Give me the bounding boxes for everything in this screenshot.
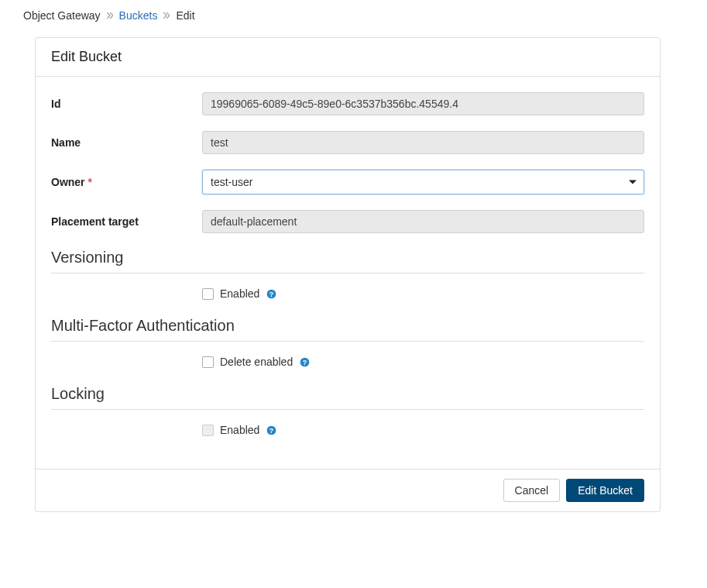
id-field xyxy=(202,92,644,115)
help-icon[interactable]: ? xyxy=(299,356,310,367)
id-label: Id xyxy=(51,98,202,110)
required-asterisk: * xyxy=(88,176,92,188)
panel-body: Id Name Owner* test-user xyxy=(36,77,660,469)
mfa-delete-enabled-label: Delete enabled xyxy=(220,356,293,368)
edit-bucket-panel: Edit Bucket Id Name Owner* test-user xyxy=(35,37,661,512)
svg-text:?: ? xyxy=(269,426,273,434)
edit-bucket-button[interactable]: Edit Bucket xyxy=(566,479,644,502)
breadcrumb: Object Gateway Buckets Edit xyxy=(23,9,684,22)
divider xyxy=(51,409,644,410)
svg-text:?: ? xyxy=(269,290,273,297)
versioning-section-title: Versioning xyxy=(51,249,644,266)
mfa-section-title: Multi-Factor Authentication xyxy=(51,317,644,335)
form-row-id: Id xyxy=(51,92,644,115)
divider xyxy=(51,273,644,273)
help-icon[interactable]: ? xyxy=(266,288,276,299)
form-row-name: Name xyxy=(51,131,644,154)
mfa-delete-enabled-checkbox[interactable] xyxy=(202,356,214,368)
chevron-right-icon xyxy=(163,11,170,20)
locking-enabled-checkbox xyxy=(202,425,214,436)
form-row-owner: Owner* test-user xyxy=(51,170,644,194)
locking-enabled-label: Enabled xyxy=(220,424,259,436)
owner-label: Owner* xyxy=(51,176,202,188)
versioning-enabled-row: Enabled ? xyxy=(51,287,644,300)
mfa-delete-row: Delete enabled ? xyxy=(51,356,644,368)
versioning-enabled-checkbox[interactable] xyxy=(202,288,214,300)
panel-title: Edit Bucket xyxy=(36,38,660,77)
placement-label: Placement target xyxy=(51,215,202,228)
chevron-right-icon xyxy=(107,11,113,20)
svg-text:?: ? xyxy=(302,358,306,366)
divider xyxy=(51,341,644,342)
versioning-enabled-label: Enabled xyxy=(220,287,259,300)
breadcrumb-edit: Edit xyxy=(176,9,194,22)
locking-section-title: Locking xyxy=(51,385,644,403)
breadcrumb-object-gateway: Object Gateway xyxy=(23,9,101,22)
panel-footer: Cancel Edit Bucket xyxy=(36,469,660,511)
placement-field xyxy=(202,210,644,233)
name-field xyxy=(202,131,644,154)
owner-select[interactable]: test-user xyxy=(202,170,644,194)
breadcrumb-buckets-link[interactable]: Buckets xyxy=(119,9,158,22)
form-row-placement: Placement target xyxy=(51,210,644,233)
locking-enabled-row: Enabled ? xyxy=(51,424,644,436)
cancel-button[interactable]: Cancel xyxy=(503,479,561,502)
help-icon[interactable]: ? xyxy=(266,425,276,435)
name-label: Name xyxy=(51,136,202,149)
